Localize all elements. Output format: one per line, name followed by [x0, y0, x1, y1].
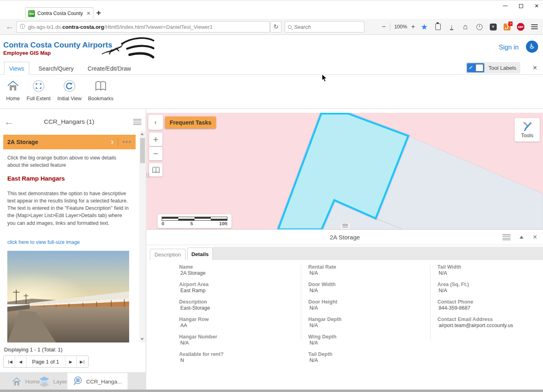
sidebar-resize-grip[interactable] — [147, 173, 149, 178]
search-box[interactable] — [285, 21, 364, 32]
prev-page-button[interactable]: ◀ — [15, 356, 26, 367]
site-info-icon[interactable]: ⓘ — [20, 23, 25, 30]
page-indicator: Page 1 of 1 — [26, 356, 65, 367]
scale-mid: 5 — [190, 221, 193, 226]
window-minimize-button[interactable] — [503, 6, 508, 6]
toolbar-full-extent-button[interactable]: Full Extent — [22, 79, 55, 101]
field-door-height: Door HeightN/A — [308, 299, 422, 317]
first-page-button[interactable]: ❘◀ — [4, 356, 15, 367]
rss-icon[interactable]: ? — [503, 24, 511, 30]
tab-create-edit-draw[interactable]: Create/Edit/Draw — [83, 62, 136, 75]
taskbar-home[interactable]: Home — [11, 373, 40, 390]
panel-drag-handle[interactable] — [340, 222, 350, 229]
tab-search-query[interactable]: Search/Query — [36, 62, 76, 75]
chevron-right-icon[interactable]: › — [111, 137, 114, 147]
initial-view-icon — [53, 79, 86, 93]
field-hangar-number: Hangar NumberN/A — [179, 334, 293, 351]
bookmarks-panel-icon[interactable] — [434, 24, 441, 30]
next-page-button[interactable]: ▶ — [65, 356, 77, 367]
back-arrow-icon[interactable]: ← — [4, 116, 14, 127]
url-path: /Html5/index.html?viewer=DanielTest_View… — [104, 24, 212, 30]
field-contact-phone: Contact Phone844-359-8687 — [437, 299, 543, 317]
map-canvas[interactable] — [147, 113, 543, 229]
toolbar-bookmarks-button[interactable]: Bookmarks — [84, 79, 117, 101]
home-icon[interactable]: ⌂ — [462, 22, 469, 31]
pocket-icon[interactable]: v — [489, 24, 497, 30]
back-button[interactable]: ← — [4, 21, 15, 32]
full-size-image-link[interactable]: click here to view full-size image — [7, 239, 80, 245]
feature-description-text: This text demonstrates the option to hav… — [7, 190, 131, 227]
bookmark-star-icon[interactable]: ★ — [421, 22, 428, 32]
field-hangar-depth: Hangar DepthN/A — [308, 317, 422, 334]
panel-collapse-icon[interactable] — [519, 236, 524, 239]
zoom-level[interactable]: 100% — [394, 24, 407, 30]
downloads-icon[interactable]: ↓ — [448, 24, 455, 30]
reload-button[interactable]: ↻ — [270, 21, 281, 32]
scrollbar-thumb[interactable] — [140, 138, 145, 163]
app-nav-tabs: Views Search/Query Create/Edit/Draw ✓ To… — [0, 61, 543, 75]
url-bar[interactable]: ⓘ gis-ags-tx1.ds.contra-costa.org/Html5/… — [16, 21, 270, 32]
map-zoom-in-button[interactable]: + — [149, 133, 162, 146]
collapse-panel-button[interactable]: ‹ — [148, 115, 163, 130]
tools-icon — [522, 121, 532, 131]
full-extent-icon — [22, 79, 55, 93]
results-title: CCR_Hangars (1) — [16, 118, 122, 125]
site-favicon: Geo — [28, 10, 35, 17]
bookmarks-tool-icon — [84, 79, 117, 93]
tab-details[interactable]: Details — [187, 248, 213, 260]
more-options-icon[interactable]: ••• — [122, 138, 132, 146]
scroll-down-icon[interactable] — [141, 338, 144, 340]
field-rental-rate: Rental RateN/A — [308, 264, 422, 282]
toolbar-initial-view-button[interactable]: Initial View — [53, 79, 86, 101]
panel-close-icon[interactable]: ✕ — [532, 234, 537, 240]
layers-icon — [39, 376, 50, 387]
map-viewport[interactable]: ‹ Frequent Tasks + − 0 5 10ft Tools — [147, 109, 543, 229]
results-sidebar: ← CCR_Hangars (1) 2A Storage › ••• Click… — [0, 109, 146, 373]
scroll-up-icon[interactable] — [141, 133, 144, 135]
search-icon — [288, 25, 292, 29]
window-bottom-edge — [0, 390, 543, 392]
taskbar-ccr-hangars-tab[interactable]: CCR_Hanga... — [67, 373, 128, 390]
history-icon[interactable] — [476, 24, 483, 30]
search-input[interactable] — [294, 24, 351, 30]
zoom-out-button[interactable]: − — [382, 23, 385, 30]
panel-title: 2A Storage — [147, 234, 543, 241]
app-header: Contra Costa County Airports Employee GI… — [0, 35, 543, 61]
results-menu-icon[interactable] — [133, 118, 141, 126]
browser-tab[interactable]: Geo Contra Costa County Airport ✕ — [25, 7, 93, 19]
panel-menu-icon[interactable] — [502, 233, 511, 241]
app-title: Contra Costa County Airports — [3, 41, 112, 50]
adblock-icon[interactable]: ABP — [517, 23, 524, 31]
app-subtitle: Employee GIS Map — [3, 50, 51, 56]
accessibility-icon[interactable]: ♿ — [526, 41, 538, 53]
field-name: Name2A Storage — [179, 264, 293, 282]
details-column-1: Name2A Storage Airport AreaEast Ramp Des… — [179, 264, 293, 369]
toolbar-close-icon[interactable]: ✕ — [532, 65, 537, 71]
home-taskbar-icon — [11, 377, 22, 386]
last-page-button[interactable]: ▶❘ — [77, 356, 88, 367]
hint-text: Click the big orange button above to vie… — [7, 154, 127, 169]
field-tail-depth: Tail DepthN/A — [308, 351, 422, 369]
field-description: DescriptionEast-Storage — [179, 299, 293, 317]
menu-icon[interactable] — [531, 23, 538, 30]
tab-views[interactable]: Views — [4, 62, 29, 75]
tab-description[interactable]: Description — [150, 249, 186, 260]
tab-close-icon[interactable]: ✕ — [87, 11, 91, 16]
map-zoom-out-button[interactable]: − — [149, 147, 162, 160]
tool-labels-toggle[interactable]: ✓ — [467, 63, 485, 73]
window-close-button[interactable]: ✕ — [534, 3, 539, 9]
sidebar-scrollbar[interactable] — [139, 131, 145, 342]
results-list-icon — [73, 376, 83, 387]
frequent-tasks-button[interactable]: Frequent Tasks — [165, 116, 216, 129]
feature-result-item[interactable]: 2A Storage › ••• — [3, 135, 136, 149]
check-icon: ✓ — [469, 64, 474, 71]
map-bookmarks-button[interactable] — [149, 163, 162, 177]
new-tab-button[interactable]: + — [96, 9, 101, 17]
sign-in-link[interactable]: Sign in — [499, 44, 519, 51]
feature-heading: East Ramp Hangars — [7, 175, 65, 182]
app-toolbar: Home Full Extent Initial View Bookmarks — [0, 75, 543, 109]
window-maximize-button[interactable] — [519, 4, 523, 8]
tools-button[interactable]: Tools — [515, 118, 540, 142]
taskbar-layers[interactable]: Layers — [39, 373, 70, 390]
zoom-in-button[interactable]: + — [411, 23, 415, 30]
